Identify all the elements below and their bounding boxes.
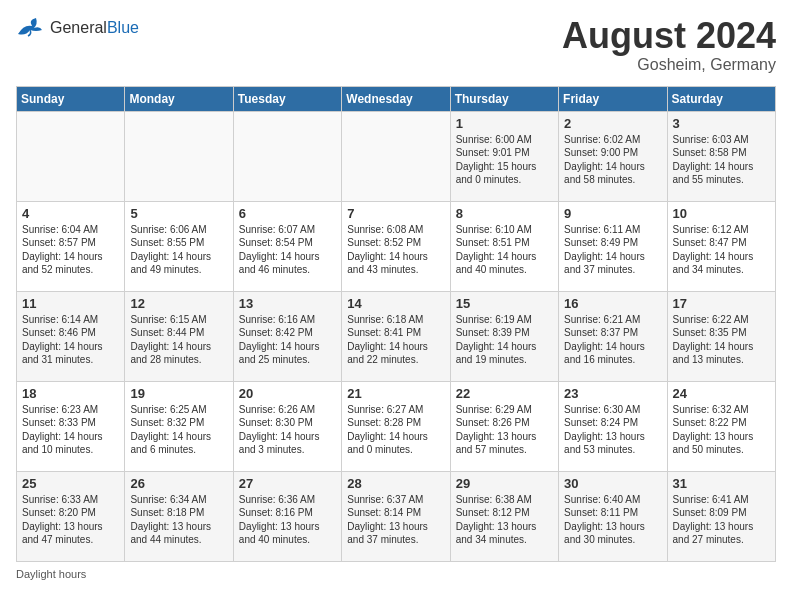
calendar-header-row: SundayMondayTuesdayWednesdayThursdayFrid… — [17, 86, 776, 111]
day-number: 11 — [22, 296, 119, 311]
daylight-label: Daylight hours — [16, 568, 86, 580]
calendar-cell: 18Sunrise: 6:23 AM Sunset: 8:33 PM Dayli… — [17, 381, 125, 471]
day-info: Sunrise: 6:33 AM Sunset: 8:20 PM Dayligh… — [22, 493, 119, 547]
title-block: August 2024 Gosheim, Germany — [562, 16, 776, 74]
day-info: Sunrise: 6:19 AM Sunset: 8:39 PM Dayligh… — [456, 313, 553, 367]
day-info: Sunrise: 6:07 AM Sunset: 8:54 PM Dayligh… — [239, 223, 336, 277]
day-info: Sunrise: 6:40 AM Sunset: 8:11 PM Dayligh… — [564, 493, 661, 547]
logo-bird-icon — [16, 16, 44, 40]
calendar-week-row: 4Sunrise: 6:04 AM Sunset: 8:57 PM Daylig… — [17, 201, 776, 291]
day-info: Sunrise: 6:08 AM Sunset: 8:52 PM Dayligh… — [347, 223, 444, 277]
calendar-cell: 9Sunrise: 6:11 AM Sunset: 8:49 PM Daylig… — [559, 201, 667, 291]
day-info: Sunrise: 6:32 AM Sunset: 8:22 PM Dayligh… — [673, 403, 770, 457]
calendar-cell: 30Sunrise: 6:40 AM Sunset: 8:11 PM Dayli… — [559, 471, 667, 561]
calendar-cell: 13Sunrise: 6:16 AM Sunset: 8:42 PM Dayli… — [233, 291, 341, 381]
day-number: 27 — [239, 476, 336, 491]
day-number: 3 — [673, 116, 770, 131]
calendar-header-friday: Friday — [559, 86, 667, 111]
calendar-header-tuesday: Tuesday — [233, 86, 341, 111]
calendar-cell: 6Sunrise: 6:07 AM Sunset: 8:54 PM Daylig… — [233, 201, 341, 291]
day-number: 12 — [130, 296, 227, 311]
logo-general-text: General — [50, 19, 107, 37]
calendar-cell: 26Sunrise: 6:34 AM Sunset: 8:18 PM Dayli… — [125, 471, 233, 561]
day-number: 25 — [22, 476, 119, 491]
calendar-cell: 5Sunrise: 6:06 AM Sunset: 8:55 PM Daylig… — [125, 201, 233, 291]
day-number: 1 — [456, 116, 553, 131]
calendar-cell — [125, 111, 233, 201]
page-header: GeneralBlue August 2024 Gosheim, Germany — [16, 16, 776, 74]
calendar-cell — [233, 111, 341, 201]
calendar-cell: 28Sunrise: 6:37 AM Sunset: 8:14 PM Dayli… — [342, 471, 450, 561]
day-number: 9 — [564, 206, 661, 221]
calendar-cell — [342, 111, 450, 201]
day-number: 18 — [22, 386, 119, 401]
calendar-cell: 10Sunrise: 6:12 AM Sunset: 8:47 PM Dayli… — [667, 201, 775, 291]
day-number: 19 — [130, 386, 227, 401]
calendar-cell: 3Sunrise: 6:03 AM Sunset: 8:58 PM Daylig… — [667, 111, 775, 201]
day-number: 31 — [673, 476, 770, 491]
calendar-cell: 27Sunrise: 6:36 AM Sunset: 8:16 PM Dayli… — [233, 471, 341, 561]
location-subtitle: Gosheim, Germany — [562, 56, 776, 74]
calendar-cell: 23Sunrise: 6:30 AM Sunset: 8:24 PM Dayli… — [559, 381, 667, 471]
day-number: 26 — [130, 476, 227, 491]
calendar-cell: 1Sunrise: 6:00 AM Sunset: 9:01 PM Daylig… — [450, 111, 558, 201]
calendar-table: SundayMondayTuesdayWednesdayThursdayFrid… — [16, 86, 776, 562]
calendar-cell: 15Sunrise: 6:19 AM Sunset: 8:39 PM Dayli… — [450, 291, 558, 381]
calendar-cell: 21Sunrise: 6:27 AM Sunset: 8:28 PM Dayli… — [342, 381, 450, 471]
day-info: Sunrise: 6:22 AM Sunset: 8:35 PM Dayligh… — [673, 313, 770, 367]
day-info: Sunrise: 6:36 AM Sunset: 8:16 PM Dayligh… — [239, 493, 336, 547]
calendar-header-sunday: Sunday — [17, 86, 125, 111]
day-info: Sunrise: 6:26 AM Sunset: 8:30 PM Dayligh… — [239, 403, 336, 457]
day-info: Sunrise: 6:06 AM Sunset: 8:55 PM Dayligh… — [130, 223, 227, 277]
day-info: Sunrise: 6:16 AM Sunset: 8:42 PM Dayligh… — [239, 313, 336, 367]
calendar-cell: 24Sunrise: 6:32 AM Sunset: 8:22 PM Dayli… — [667, 381, 775, 471]
day-info: Sunrise: 6:03 AM Sunset: 8:58 PM Dayligh… — [673, 133, 770, 187]
day-number: 5 — [130, 206, 227, 221]
day-number: 10 — [673, 206, 770, 221]
day-info: Sunrise: 6:14 AM Sunset: 8:46 PM Dayligh… — [22, 313, 119, 367]
day-info: Sunrise: 6:04 AM Sunset: 8:57 PM Dayligh… — [22, 223, 119, 277]
day-number: 15 — [456, 296, 553, 311]
calendar-week-row: 25Sunrise: 6:33 AM Sunset: 8:20 PM Dayli… — [17, 471, 776, 561]
day-info: Sunrise: 6:25 AM Sunset: 8:32 PM Dayligh… — [130, 403, 227, 457]
calendar-header-monday: Monday — [125, 86, 233, 111]
day-number: 20 — [239, 386, 336, 401]
calendar-cell: 2Sunrise: 6:02 AM Sunset: 9:00 PM Daylig… — [559, 111, 667, 201]
logo-text: GeneralBlue — [50, 19, 139, 37]
calendar-cell: 16Sunrise: 6:21 AM Sunset: 8:37 PM Dayli… — [559, 291, 667, 381]
day-info: Sunrise: 6:15 AM Sunset: 8:44 PM Dayligh… — [130, 313, 227, 367]
day-number: 30 — [564, 476, 661, 491]
calendar-header-saturday: Saturday — [667, 86, 775, 111]
day-number: 14 — [347, 296, 444, 311]
calendar-cell: 4Sunrise: 6:04 AM Sunset: 8:57 PM Daylig… — [17, 201, 125, 291]
logo: GeneralBlue — [16, 16, 139, 40]
day-number: 22 — [456, 386, 553, 401]
calendar-cell: 11Sunrise: 6:14 AM Sunset: 8:46 PM Dayli… — [17, 291, 125, 381]
day-number: 2 — [564, 116, 661, 131]
day-info: Sunrise: 6:30 AM Sunset: 8:24 PM Dayligh… — [564, 403, 661, 457]
calendar-week-row: 11Sunrise: 6:14 AM Sunset: 8:46 PM Dayli… — [17, 291, 776, 381]
day-number: 7 — [347, 206, 444, 221]
calendar-cell: 12Sunrise: 6:15 AM Sunset: 8:44 PM Dayli… — [125, 291, 233, 381]
calendar-header-wednesday: Wednesday — [342, 86, 450, 111]
day-info: Sunrise: 6:27 AM Sunset: 8:28 PM Dayligh… — [347, 403, 444, 457]
calendar-cell: 17Sunrise: 6:22 AM Sunset: 8:35 PM Dayli… — [667, 291, 775, 381]
calendar-week-row: 1Sunrise: 6:00 AM Sunset: 9:01 PM Daylig… — [17, 111, 776, 201]
calendar-cell: 29Sunrise: 6:38 AM Sunset: 8:12 PM Dayli… — [450, 471, 558, 561]
day-number: 4 — [22, 206, 119, 221]
calendar-cell: 14Sunrise: 6:18 AM Sunset: 8:41 PM Dayli… — [342, 291, 450, 381]
day-info: Sunrise: 6:18 AM Sunset: 8:41 PM Dayligh… — [347, 313, 444, 367]
day-number: 24 — [673, 386, 770, 401]
day-info: Sunrise: 6:23 AM Sunset: 8:33 PM Dayligh… — [22, 403, 119, 457]
calendar-cell — [17, 111, 125, 201]
day-number: 29 — [456, 476, 553, 491]
calendar-cell: 19Sunrise: 6:25 AM Sunset: 8:32 PM Dayli… — [125, 381, 233, 471]
day-number: 6 — [239, 206, 336, 221]
day-info: Sunrise: 6:34 AM Sunset: 8:18 PM Dayligh… — [130, 493, 227, 547]
day-info: Sunrise: 6:11 AM Sunset: 8:49 PM Dayligh… — [564, 223, 661, 277]
calendar-cell: 7Sunrise: 6:08 AM Sunset: 8:52 PM Daylig… — [342, 201, 450, 291]
day-info: Sunrise: 6:12 AM Sunset: 8:47 PM Dayligh… — [673, 223, 770, 277]
calendar-header-thursday: Thursday — [450, 86, 558, 111]
day-info: Sunrise: 6:38 AM Sunset: 8:12 PM Dayligh… — [456, 493, 553, 547]
footer-note: Daylight hours — [16, 568, 776, 580]
